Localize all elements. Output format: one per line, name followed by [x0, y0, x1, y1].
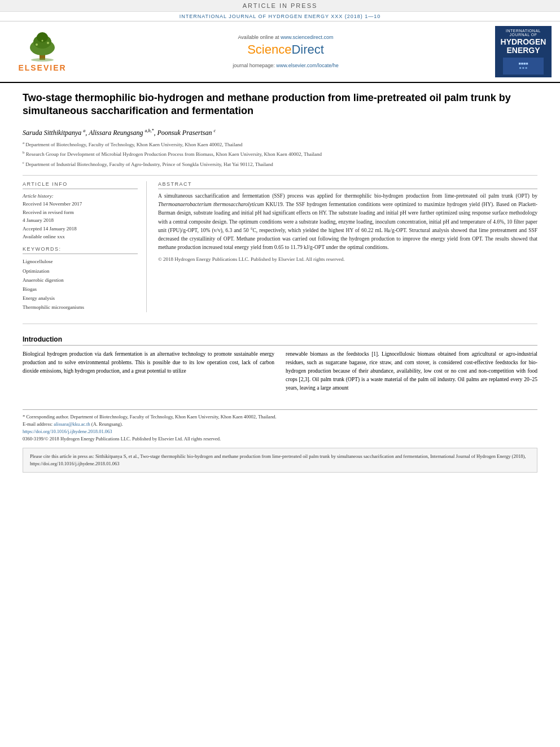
center-header: Available online at www.sciencedirect.co…	[76, 26, 495, 77]
svg-point-5	[36, 43, 38, 46]
article-info-column: ARTICLE INFO Article history: Received 1…	[23, 181, 147, 312]
article-info-heading: ARTICLE INFO	[23, 181, 138, 189]
introduction-body: Biological hydrogen production via dark …	[23, 350, 537, 393]
affiliations: a Department of Biotechnology, Faculty o…	[23, 140, 537, 176]
corresponding-author: * Corresponding author. Department of Bi…	[23, 413, 537, 421]
email-line: E-mail address: alissara@kku.ac.th (A. R…	[23, 421, 537, 428]
article-in-press-banner: ARTICLE IN PRESS	[0, 0, 560, 12]
keyword-5: Energy analysis	[23, 294, 138, 303]
sciencedirect-logo: ScienceDirect	[247, 42, 324, 57]
keywords-list: Lignocellulose Optimization Anaerobic di…	[23, 257, 138, 312]
section-divider	[23, 324, 537, 324]
affiliation-b: b Research Group for Development of Micr…	[23, 150, 537, 159]
elsevier-name: ELSEVIER	[18, 63, 66, 72]
received-date: Received 14 November 2017	[23, 200, 138, 208]
affiliation-c: c Department of Industrial Biotechnology…	[23, 160, 537, 169]
abstract-column: ABSTRACT A simultaneous saccharification…	[158, 181, 537, 312]
keyword-4: Biogas	[23, 285, 138, 294]
footer-section: * Corresponding author. Department of Bi…	[23, 409, 537, 442]
journal-homepage: journal homepage: www.elsevier.com/locat…	[233, 63, 339, 68]
main-content: Two-stage thermophilic bio-hydrogen and …	[0, 83, 560, 473]
introduction-section: Introduction Biological hydrogen product…	[23, 330, 537, 399]
email-link[interactable]: alissara@kku.ac.th	[54, 421, 90, 427]
citation-box: Please cite this article in press as: Si…	[23, 448, 537, 473]
citation-text: Please cite this article in press as: Si…	[30, 453, 526, 466]
article-title: Two-stage thermophilic bio-hydrogen and …	[23, 83, 537, 124]
keyword-6: Thermophilic microorganisms	[23, 303, 138, 312]
authors-line: Saruda Sitthikitpanya a, Alissara Reungs…	[23, 124, 537, 140]
article-history: Article history: Received 14 November 20…	[23, 192, 138, 241]
abstract-copyright: © 2018 Hydrogen Energy Publications LLC.…	[158, 256, 537, 262]
svg-point-6	[47, 42, 49, 44]
introduction-heading: Introduction	[23, 335, 537, 346]
accepted-date: Accepted 14 January 2018	[23, 225, 138, 233]
rights-line: 0360-3199/© 2018 Hydrogen Energy Publica…	[23, 435, 537, 443]
keywords-section: Keywords: Lignocellulose Optimization An…	[23, 246, 138, 312]
affiliation-a: a Department of Biotechnology, Faculty o…	[23, 140, 537, 149]
journal-header-line: INTERNATIONAL JOURNAL OF HYDROGEN ENERGY…	[0, 12, 560, 21]
revised-label: Received in revised form	[23, 208, 138, 216]
abstract-body: A simultaneous saccharification and ferm…	[158, 192, 537, 252]
keyword-2: Optimization	[23, 267, 138, 276]
journal-cover: INTERNATIONAL JOURNAL OF HYDROGENENERGY …	[495, 26, 552, 77]
keywords-heading: Keywords:	[23, 246, 138, 254]
elsevier-logo: ELSEVIER	[8, 26, 76, 77]
abstract-heading: ABSTRACT	[158, 181, 537, 189]
page-header: ELSEVIER Available online at www.science…	[0, 21, 560, 83]
article-info-abstract-section: ARTICLE INFO Article history: Received 1…	[23, 176, 537, 317]
available-online: Available online xxx	[23, 233, 138, 241]
doi-line: https://doi.org/10.1016/j.ijhydene.2018.…	[23, 428, 537, 435]
introduction-left-col: Biological hydrogen production via dark …	[23, 350, 274, 393]
svg-point-1	[31, 58, 54, 62]
doi-link[interactable]: https://doi.org/10.1016/j.ijhydene.2018.…	[23, 429, 112, 434]
keyword-3: Anaerobic digestion	[23, 276, 138, 285]
keyword-1: Lignocellulose	[23, 257, 138, 266]
introduction-right-col: renewable biomass as the feedstocks [1].…	[286, 350, 537, 393]
svg-point-7	[42, 40, 43, 42]
available-online-text: Available online at www.sciencedirect.co…	[238, 34, 334, 40]
history-label: Article history:	[23, 192, 138, 200]
revised-date: 4 January 2018	[23, 216, 138, 224]
